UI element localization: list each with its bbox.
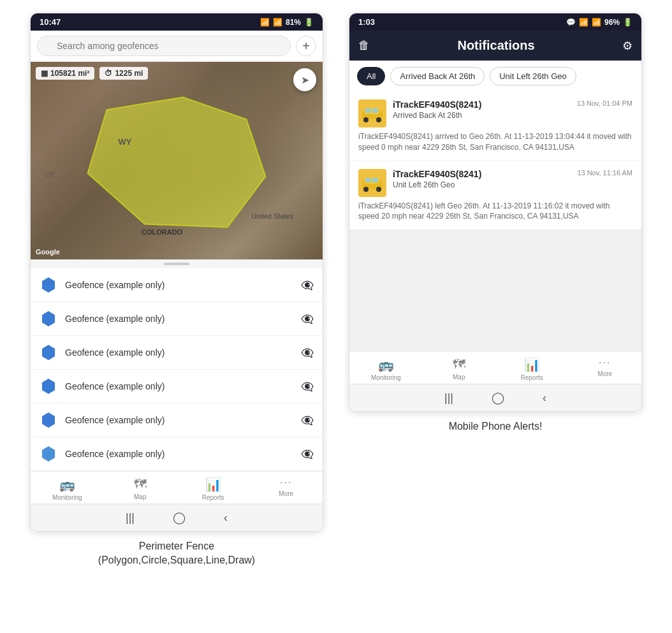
- more-label-right: More: [597, 370, 612, 377]
- more-icon-left: ···: [280, 477, 292, 488]
- right-status-bar: 1:03 💬 📶 📶 96% 🔋: [349, 13, 641, 31]
- eye-slash-icon-4[interactable]: 👁‍🗨: [301, 381, 314, 393]
- google-logo: Google: [36, 248, 60, 256]
- back-button-right[interactable]: ‹: [543, 391, 546, 405]
- compass-button[interactable]: ➤: [293, 68, 316, 91]
- list-item[interactable]: Geofence (example only) 👁‍🗨: [31, 404, 323, 437]
- svg-point-9: [363, 117, 369, 122]
- map-area[interactable]: ▦ 105821 mi² ⏱ 1225 mi ➤ WY United State…: [31, 62, 323, 259]
- svg-rect-17: [365, 178, 371, 182]
- search-bar: 🔍 +: [31, 31, 323, 62]
- stat-area: ▦ 105821 mi²: [36, 67, 94, 80]
- right-phone-wrapper: 1:03 💬 📶 📶 96% 🔋 🗑 Notifications ⚙ All A…: [349, 13, 642, 434]
- monitoring-icon-right: 🚌: [378, 357, 394, 372]
- timestamp-2: 13 Nov, 11:16 AM: [577, 169, 632, 177]
- battery-icon-right: 🔋: [623, 18, 632, 27]
- notif-body-1: iTrackEF4940S(8241) 13 Nov, 01:04 PM Arr…: [393, 99, 632, 120]
- eye-slash-icon-5[interactable]: 👁‍🗨: [301, 414, 314, 426]
- geofence-name-5: Geofence (example only): [65, 415, 293, 425]
- list-item[interactable]: Geofence (example only) 👁‍🗨: [31, 370, 323, 404]
- nav-reports-right[interactable]: 📊 Reports: [495, 357, 569, 381]
- car-avatar-1: [358, 99, 386, 127]
- nav-monitoring-right[interactable]: 🚌 Monitoring: [349, 357, 423, 381]
- right-phone: 1:03 💬 📶 📶 96% 🔋 🗑 Notifications ⚙ All A…: [349, 13, 642, 412]
- notif-header-1: iTrackEF4940S(8241) 13 Nov, 01:04 PM Arr…: [358, 99, 632, 127]
- geofence-name-3: Geofence (example only): [65, 347, 293, 358]
- search-input[interactable]: [37, 36, 291, 56]
- list-item[interactable]: Geofence (example only) 👁‍🗨: [31, 302, 323, 336]
- geofence-icon-4: [40, 377, 57, 395]
- signal-icon-right: 📶: [592, 18, 601, 27]
- settings-icon[interactable]: ⚙: [622, 39, 632, 53]
- left-phone: 10:47 📶 📶 81% 🔋 🔍 +: [30, 13, 323, 532]
- eye-slash-icon-6[interactable]: 👁‍🗨: [301, 448, 314, 460]
- reports-label-right: Reports: [521, 374, 543, 381]
- map-label-left: Map: [134, 493, 146, 500]
- notif-body-2: iTrackEF4940S(8241) 13 Nov, 11:16 AM Uni…: [393, 169, 632, 189]
- home-button-left[interactable]: ◯: [173, 511, 186, 525]
- reports-icon-right: 📊: [524, 357, 540, 372]
- geofence-icon-5: [40, 411, 57, 429]
- nav-map-right[interactable]: 🗺 Map: [423, 357, 496, 381]
- filter-tabs: All Arrived Back At 26th Unit Left 26th …: [349, 61, 641, 92]
- reports-icon-left: 📊: [205, 477, 221, 492]
- battery-label: 81%: [286, 18, 301, 27]
- svg-marker-2: [42, 311, 55, 326]
- list-item[interactable]: Geofence (example only) 👁‍🗨: [31, 268, 323, 302]
- svg-marker-3: [42, 345, 55, 360]
- battery-label-right: 96%: [604, 18, 620, 27]
- left-sys-nav: ||| ◯ ‹: [31, 504, 323, 531]
- recents-button-left[interactable]: |||: [126, 511, 135, 525]
- notifications-header: 🗑 Notifications ⚙: [349, 31, 641, 61]
- home-button-right[interactable]: ◯: [492, 391, 504, 405]
- geofence-icon-3: [40, 344, 57, 361]
- map-label-ut: UT: [45, 171, 55, 178]
- nav-more-right[interactable]: ··· More: [569, 357, 642, 381]
- geofence-icon-2: [40, 310, 57, 328]
- left-status-bar: 10:47 📶 📶 81% 🔋: [31, 13, 323, 31]
- svg-marker-6: [42, 446, 55, 462]
- list-item[interactable]: Geofence (example only) 👁‍🗨: [31, 437, 323, 471]
- svg-rect-11: [365, 108, 371, 113]
- filter-all[interactable]: All: [357, 67, 385, 85]
- geofence-name-6: Geofence (example only): [65, 449, 293, 459]
- svg-rect-12: [372, 108, 378, 113]
- description-1: iTrackEF4940S(8241) arrived to Geo 26th.…: [358, 131, 632, 153]
- stat-distance: ⏱ 1225 mi: [99, 67, 148, 80]
- geofence-name-4: Geofence (example only): [65, 381, 293, 391]
- list-item[interactable]: Geofence (example only) 👁‍🗨: [31, 336, 323, 370]
- wifi-icon: 📶: [260, 18, 270, 27]
- scroll-pill: [164, 263, 189, 265]
- reports-label-left: Reports: [202, 494, 224, 501]
- description-2: iTrackEF4940S(8241) left Geo 26th. At 11…: [358, 201, 632, 222]
- notif-content-row-1: iTrackEF4940S(8241) 13 Nov, 01:04 PM: [393, 99, 632, 110]
- nav-map-left[interactable]: 🗺 Map: [104, 477, 177, 501]
- right-caption: Mobile Phone Alerts!: [449, 419, 543, 433]
- eye-slash-icon-1[interactable]: 👁‍🗨: [301, 279, 314, 291]
- left-status-icons: 📶 📶 81% 🔋: [260, 18, 314, 27]
- eye-slash-icon-3[interactable]: 👁‍🗨: [301, 347, 314, 359]
- geofence-icon-1: [40, 276, 57, 294]
- map-icon-left: 🗺: [134, 477, 147, 491]
- right-sys-nav: ||| ◯ ‹: [349, 384, 641, 411]
- battery-icon: 🔋: [304, 18, 314, 27]
- recents-button-right[interactable]: |||: [444, 391, 453, 405]
- eye-slash-icon-2[interactable]: 👁‍🗨: [301, 313, 314, 325]
- filter-arrived[interactable]: Arrived Back At 26th: [390, 67, 485, 85]
- notif-header-2: iTrackEF4940S(8241) 13 Nov, 11:16 AM Uni…: [358, 169, 632, 197]
- monitoring-icon-left: 🚌: [59, 477, 75, 492]
- add-geofence-button[interactable]: +: [296, 36, 316, 56]
- nav-monitoring-left[interactable]: 🚌 Monitoring: [31, 477, 104, 501]
- notification-card-1[interactable]: iTrackEF4940S(8241) 13 Nov, 01:04 PM Arr…: [349, 92, 641, 161]
- geofence-list: Geofence (example only) 👁‍🗨 Geofence (ex…: [31, 268, 323, 471]
- timestamp-1: 13 Nov, 01:04 PM: [577, 99, 632, 107]
- back-button-left[interactable]: ‹: [224, 511, 228, 525]
- nav-more-left[interactable]: ··· More: [250, 477, 323, 501]
- trash-icon[interactable]: 🗑: [358, 39, 370, 52]
- filter-left[interactable]: Unit Left 26th Geo: [490, 67, 576, 85]
- search-wrapper[interactable]: 🔍: [37, 36, 291, 56]
- car-icon-1: [360, 105, 385, 122]
- notification-card-2[interactable]: iTrackEF4940S(8241) 13 Nov, 11:16 AM Uni…: [349, 161, 641, 231]
- geofence-icon-6: [40, 445, 57, 463]
- nav-reports-left[interactable]: 📊 Reports: [177, 477, 250, 501]
